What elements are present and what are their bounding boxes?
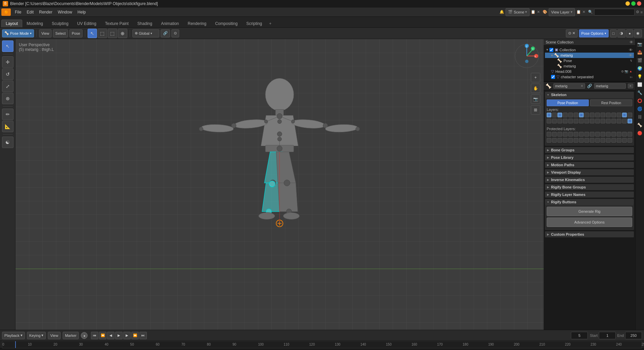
next-keyframe-btn[interactable]: ⏩	[131, 332, 139, 339]
protected-row1-dot-11[interactable]	[606, 132, 611, 137]
prev-frame-btn[interactable]: ◀	[107, 332, 115, 339]
rigify-layer-names-title[interactable]: ▶ Rigify Layer Names	[545, 192, 634, 198]
scene-properties-icon[interactable]: 🌍	[636, 65, 644, 72]
timeline-view-menu[interactable]: View	[48, 332, 61, 339]
layer-row2-dot-7[interactable]	[584, 119, 589, 123]
end-frame[interactable]: 250	[625, 332, 642, 339]
data-properties-icon[interactable]: 🦴	[636, 121, 644, 129]
layer-row1-dot-3[interactable]	[563, 113, 568, 117]
layer-row2-dot-8[interactable]	[590, 119, 594, 123]
pose-library-title[interactable]: ▶ Pose Library	[545, 154, 634, 161]
protected-row2-dot-4[interactable]	[568, 138, 573, 143]
blender-menu-logo[interactable]: 🟠	[1, 8, 11, 16]
select-tool[interactable]: ⬚	[98, 29, 107, 38]
armature-name-clear[interactable]: ✕	[581, 84, 583, 88]
protected-row1-dot-6[interactable]	[579, 132, 584, 137]
material-shading[interactable]: ●	[626, 29, 633, 37]
menu-file[interactable]: File	[12, 9, 24, 15]
view-layer-selector[interactable]: View Layer ▾	[549, 8, 575, 16]
bone-groups-title[interactable]: ▶ Bone Groups	[545, 147, 634, 153]
measure-tool[interactable]: 📐	[2, 121, 13, 132]
metarig-item[interactable]: ▾ 🦴 metarig 👁	[545, 53, 634, 58]
layer-row2-dot-2[interactable]	[557, 119, 562, 123]
protected-row1-dot-2[interactable]	[557, 132, 562, 137]
protected-row2-dot-7[interactable]	[584, 138, 589, 143]
scale-tool[interactable]: ⤢	[2, 81, 13, 92]
layer-row1-dot-14[interactable]	[622, 113, 627, 117]
layer-row1-dot-12[interactable]	[611, 113, 616, 117]
tab-rendering[interactable]: Rendering	[183, 20, 211, 27]
collection-item[interactable]: ▾ ▣ Collection 👁	[545, 47, 634, 53]
protected-row2-dot-9[interactable]	[595, 138, 600, 143]
layer-row1-dot-6[interactable]	[579, 113, 584, 117]
modifier-properties-icon[interactable]: 🔧	[636, 89, 644, 96]
rigify-buttons-title[interactable]: ▾ Rigify Buttons	[545, 199, 634, 205]
new-data-button[interactable]: ✕	[628, 84, 633, 88]
protected-row1-dot-0[interactable]	[547, 132, 551, 137]
protected-row2-dot-0[interactable]	[547, 138, 551, 143]
layer-row1-dot-13[interactable]	[617, 113, 621, 117]
current-frame[interactable]: 5	[571, 332, 588, 339]
layer-row2-dot-15[interactable]	[627, 119, 632, 123]
metarig-sub-item[interactable]: 🦴 metarig	[545, 63, 634, 69]
tab-texture-paint[interactable]: Texture Paint	[101, 20, 133, 27]
layer-row2-dot-9[interactable]	[595, 119, 600, 123]
keying-menu[interactable]: Keying ▾	[27, 332, 46, 339]
close-button[interactable]	[637, 1, 641, 6]
pose-tool[interactable]: ☯	[2, 137, 13, 148]
protected-row1-dot-14[interactable]	[622, 132, 627, 137]
rendered-shading[interactable]: ◉	[634, 29, 642, 37]
viewport[interactable]: User Perspective (5) metarig : thigh.L X…	[15, 39, 544, 330]
layer-row2-dot-10[interactable]	[601, 119, 605, 123]
protected-row2-dot-10[interactable]	[601, 138, 605, 143]
layer-row2-dot-1[interactable]	[552, 119, 557, 123]
maximize-button[interactable]	[631, 1, 636, 6]
protected-row1-dot-7[interactable]	[584, 132, 589, 137]
tab-layout[interactable]: Layout	[1, 20, 22, 27]
protected-row1-dot-8[interactable]	[590, 132, 594, 137]
collection-visibility-checkbox[interactable]	[549, 48, 553, 52]
protected-row2-dot-13[interactable]	[617, 138, 621, 143]
layer-row1-dot-5[interactable]	[574, 113, 578, 117]
layer-row2-dot-0[interactable]	[547, 119, 551, 123]
transform-all-tool[interactable]: ⊛	[2, 93, 13, 104]
minimize-button[interactable]	[625, 1, 630, 6]
render-properties-icon[interactable]: 📷	[636, 40, 644, 48]
timeline-playhead[interactable]	[15, 341, 16, 348]
transform-orientation[interactable]: ⊕ Global ▾	[132, 29, 159, 37]
layer-row1-dot-10[interactable]	[601, 113, 605, 117]
protected-row1-dot-9[interactable]	[595, 132, 600, 137]
advanced-options-btn[interactable]: Advanced Options	[547, 217, 632, 227]
overlay-settings[interactable]: ⊙ ✕	[566, 29, 578, 37]
rigify-bone-groups-title[interactable]: ▶ Rigify Bone Groups	[545, 184, 634, 190]
lasso-tool[interactable]: ⬚	[108, 29, 117, 38]
playback-menu[interactable]: Playback ▾	[2, 332, 25, 339]
layer-row1-dot-2[interactable]	[557, 113, 562, 117]
layer-row1-dot-4[interactable]	[568, 113, 573, 117]
character-visibility-checkbox[interactable]	[551, 75, 555, 79]
cursor-tool[interactable]: ↖	[88, 29, 97, 38]
select-menu[interactable]: Select	[53, 29, 68, 37]
pose-position-btn[interactable]: Pose Position	[547, 99, 589, 106]
world-properties-icon[interactable]: 💡	[636, 73, 644, 80]
keyframe-indicator[interactable]: ⬥	[81, 332, 88, 339]
pose-options-button[interactable]: Pose Options ▾	[579, 29, 609, 37]
armature-name-field[interactable]: metarig ✕	[553, 83, 585, 89]
protected-row2-dot-11[interactable]	[606, 138, 611, 143]
camera-view[interactable]: 📷	[531, 94, 540, 104]
snap-toggle[interactable]: 🔗	[161, 29, 170, 37]
scene-selector[interactable]: 🎬 Scene ▾	[506, 8, 529, 16]
select-box-tool[interactable]: ↖	[2, 40, 13, 52]
protected-row1-dot-1[interactable]	[552, 132, 557, 137]
protected-row2-dot-15[interactable]	[627, 138, 632, 143]
view-layer-properties-icon[interactable]: 🎬	[636, 57, 644, 64]
prev-keyframe-btn[interactable]: ⏪	[99, 332, 106, 339]
particle-properties-icon[interactable]: ⭕	[636, 97, 644, 105]
protected-row1-dot-4[interactable]	[568, 132, 573, 137]
window-controls[interactable]	[625, 1, 641, 6]
rotate-tool[interactable]: ↺	[2, 68, 13, 80]
tab-sculpting[interactable]: Sculpting	[47, 20, 73, 27]
menu-help[interactable]: Help	[75, 9, 89, 15]
grid-view[interactable]: ⊞	[531, 105, 540, 115]
layer-row1-dot-9[interactable]	[595, 113, 600, 117]
